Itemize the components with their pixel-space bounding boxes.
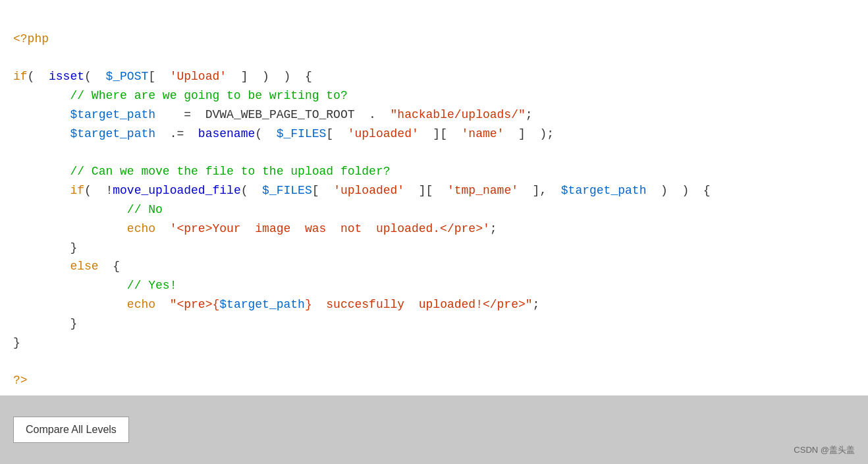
close-brace-inner: }	[13, 241, 77, 254]
close-brace-outer: }	[13, 336, 20, 349]
target-path-line2: $target_path .= basename( $_FILES[ 'uplo…	[13, 127, 554, 140]
comment-where: // Where are we going to be writing to?	[13, 89, 348, 102]
target-path-line1: $target_path = DVWA_WEB_PAGE_TO_ROOT . "…	[13, 108, 533, 121]
comment-yes: // Yes!	[13, 279, 176, 292]
php-close-tag: ?>	[13, 374, 28, 387]
else-keyword: else {	[13, 260, 120, 273]
code-block: <?php if( isset( $_POST[ 'Upload' ] ) ) …	[13, 11, 855, 395]
echo-not-uploaded: echo '<pre>Your image was not uploaded.<…	[13, 222, 497, 235]
compare-all-levels-button[interactable]: Compare All Levels	[13, 417, 129, 443]
comment-no: // No	[13, 203, 163, 216]
php-open-tag: <?php	[13, 32, 49, 45]
comment-can: // Can we move the file to the upload fo…	[13, 165, 391, 178]
echo-success: echo "<pre>{$target_path} succesfully up…	[13, 298, 539, 311]
bottom-bar: Compare All Levels CSDN @盖头盖	[0, 395, 868, 464]
if-keyword: if( isset( $_POST[ 'Upload' ] ) ) {	[13, 70, 312, 83]
close-brace-else: }	[13, 317, 77, 330]
if-move-line: if( !move_uploaded_file( $_FILES[ 'uploa…	[13, 184, 711, 197]
code-container: <?php if( isset( $_POST[ 'Upload' ] ) ) …	[0, 0, 868, 395]
watermark: CSDN @盖头盖	[794, 444, 855, 456]
